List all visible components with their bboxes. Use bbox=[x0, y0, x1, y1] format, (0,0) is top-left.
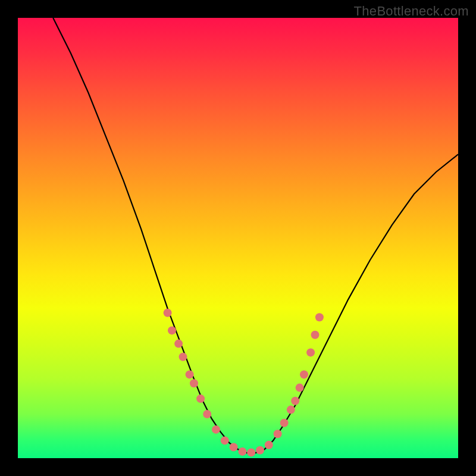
curve-markers bbox=[164, 309, 324, 457]
data-marker bbox=[203, 410, 211, 418]
chart-frame: TheBottleneck.com bbox=[0, 0, 476, 476]
data-marker bbox=[221, 436, 229, 444]
data-marker bbox=[296, 384, 304, 392]
data-marker bbox=[300, 370, 308, 378]
data-marker bbox=[247, 448, 255, 456]
data-marker bbox=[230, 443, 238, 452]
data-marker bbox=[311, 331, 320, 339]
data-marker bbox=[174, 340, 183, 348]
data-marker bbox=[212, 425, 220, 434]
data-marker bbox=[186, 370, 194, 378]
data-marker bbox=[168, 326, 176, 334]
data-marker bbox=[179, 353, 187, 361]
data-marker bbox=[291, 397, 299, 405]
bottleneck-curve bbox=[53, 18, 458, 453]
watermark-text: TheBottleneck.com bbox=[354, 4, 469, 19]
data-marker bbox=[265, 441, 273, 449]
data-marker bbox=[306, 348, 315, 356]
data-marker bbox=[196, 394, 205, 403]
curve-line bbox=[53, 18, 458, 453]
data-marker bbox=[274, 430, 282, 438]
data-marker bbox=[256, 446, 264, 455]
data-marker bbox=[287, 406, 295, 414]
data-marker bbox=[164, 309, 172, 317]
data-marker bbox=[190, 379, 198, 387]
chart-svg bbox=[18, 18, 458, 458]
data-marker bbox=[280, 419, 289, 427]
data-marker bbox=[315, 313, 324, 321]
data-marker bbox=[238, 447, 246, 456]
